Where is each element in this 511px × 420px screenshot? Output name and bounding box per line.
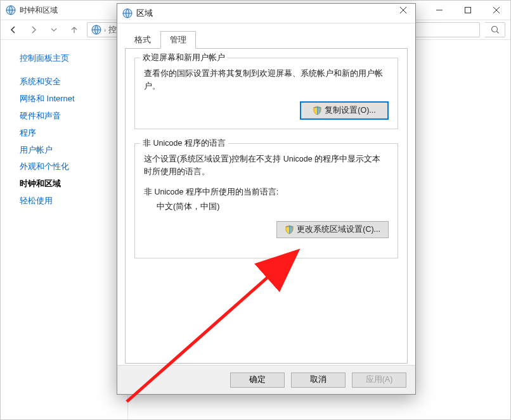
globe-icon — [91, 25, 101, 35]
welcome-screen-group: 欢迎屏幕和新用户帐户 查看你的国际设置并将其复制到欢迎屏幕、系统帐户和新的用户帐… — [134, 58, 398, 129]
group-legend: 欢迎屏幕和新用户帐户 — [140, 53, 228, 63]
shield-icon — [285, 225, 294, 234]
button-label: 复制设置(O)... — [325, 105, 375, 116]
copy-settings-button[interactable]: 复制设置(O)... — [300, 101, 389, 120]
tab-bar: 格式 管理 — [117, 23, 415, 49]
dialog-titlebar[interactable]: 区域 — [117, 4, 415, 23]
minimize-button[interactable] — [425, 1, 453, 20]
change-system-locale-button[interactable]: 更改系统区域设置(C)... — [276, 221, 389, 238]
maximize-button[interactable] — [453, 1, 482, 20]
ok-button[interactable]: 确定 — [230, 372, 285, 388]
nav-up-button[interactable] — [67, 22, 82, 37]
button-label: 更改系统区域设置(C)... — [297, 224, 380, 235]
search-button[interactable] — [485, 22, 505, 37]
chevron-right-icon: › — [104, 27, 106, 34]
sidebar-item-5[interactable]: 外观和个性化 — [20, 162, 119, 172]
sidebar-item-6[interactable]: 时钟和区域 — [20, 179, 119, 189]
dialog-content: 欢迎屏幕和新用户帐户 查看你的国际设置并将其复制到欢迎屏幕、系统帐户和新的用户帐… — [125, 48, 408, 364]
nav-recent-button[interactable] — [46, 22, 61, 37]
current-language-label: 非 Unicode 程序中所使用的当前语言: — [144, 187, 389, 198]
sidebar: 控制面板主页 系统和安全网络和 Internet硬件和声音程序用户帐户外观和个性… — [1, 40, 127, 419]
sidebar-item-3[interactable]: 程序 — [20, 128, 119, 139]
sidebar-item-2[interactable]: 硬件和声音 — [20, 111, 119, 122]
svg-point-3 — [491, 27, 497, 32]
sidebar-item-7[interactable]: 轻松使用 — [20, 196, 119, 207]
apply-button: 应用(A) — [352, 372, 406, 388]
sidebar-home-link[interactable]: 控制面板主页 — [20, 53, 119, 64]
sidebar-item-4[interactable]: 用户帐户 — [20, 145, 119, 156]
group-legend: 非 Unicode 程序的语言 — [140, 138, 228, 149]
globe-icon — [122, 8, 133, 18]
dialog-footer: 确定 取消 应用(A) — [117, 365, 415, 394]
group-description: 这个设置(系统区域设置)控制在不支持 Unicode 的程序中显示文本时所使用的… — [144, 153, 389, 178]
shield-icon — [313, 106, 322, 115]
cancel-button[interactable]: 取消 — [291, 372, 346, 388]
globe-icon — [6, 5, 16, 15]
parent-title-text: 时钟和区域 — [20, 5, 58, 16]
current-language-value: 中文(简体，中国) — [157, 201, 389, 212]
group-description: 查看你的国际设置并将其复制到欢迎屏幕、系统帐户和新的用户帐户。 — [144, 67, 389, 92]
dialog-title-text: 区域 — [136, 8, 153, 19]
nav-back-button[interactable] — [6, 22, 21, 37]
close-button[interactable] — [482, 1, 510, 20]
svg-rect-1 — [465, 8, 470, 13]
sidebar-item-0[interactable]: 系统和安全 — [20, 77, 119, 87]
dialog-close-button[interactable] — [384, 7, 411, 20]
nav-forward-button[interactable] — [26, 22, 41, 37]
region-dialog: 区域 格式 管理 欢迎屏幕和新用户帐户 查看你的国际设置并将其复制到欢迎屏幕、系… — [117, 3, 416, 395]
tab-format[interactable]: 格式 — [125, 31, 160, 49]
tab-admin[interactable]: 管理 — [160, 31, 196, 49]
sidebar-item-1[interactable]: 网络和 Internet — [20, 94, 119, 105]
non-unicode-group: 非 Unicode 程序的语言 这个设置(系统区域设置)控制在不支持 Unico… — [134, 143, 398, 258]
